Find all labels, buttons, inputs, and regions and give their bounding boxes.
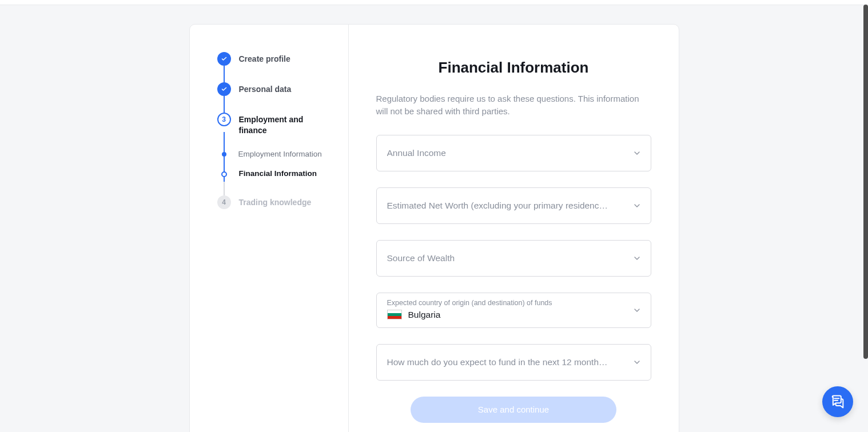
step-label: Trading knowledge: [239, 195, 312, 208]
substep-dot-icon: [221, 171, 227, 177]
field-placeholder: Estimated Net Worth (excluding your prim…: [387, 201, 624, 211]
annual-income-select[interactable]: Annual Income: [376, 135, 651, 171]
steps-sidebar: Create profile Personal data 3 Employmen…: [190, 25, 349, 432]
chevron-down-icon: [632, 358, 642, 367]
field-placeholder: How much do you expect to fund in the ne…: [387, 357, 624, 367]
chat-fab[interactable]: [822, 386, 853, 417]
net-worth-select[interactable]: Estimated Net Worth (excluding your prim…: [376, 187, 651, 224]
substep-label: Employment Information: [238, 149, 322, 159]
field-label: Expected country of origin (and destinat…: [387, 299, 624, 307]
country-funds-select[interactable]: Expected country of origin (and destinat…: [376, 293, 651, 328]
check-icon: [217, 52, 231, 66]
expected-fund-select[interactable]: How much do you expect to fund in the ne…: [376, 344, 651, 381]
step-label: Create profile: [239, 52, 290, 65]
step-number: 3: [217, 113, 231, 126]
substep-employment-info[interactable]: Employment Information: [222, 136, 332, 159]
chevron-down-icon: [632, 201, 642, 210]
chat-icon: [830, 394, 846, 410]
substep-label: Financial Information: [239, 169, 317, 179]
step-employment-finance[interactable]: 3 Employment and finance: [217, 113, 332, 136]
step-trading-knowledge[interactable]: 4 Trading knowledge: [217, 195, 332, 209]
scrollbar[interactable]: [863, 5, 868, 359]
step-number: 4: [217, 195, 231, 209]
check-icon: [217, 82, 231, 96]
bulgaria-flag-icon: [387, 310, 402, 319]
chevron-down-icon: [632, 254, 642, 263]
field-value: Bulgaria: [408, 310, 441, 320]
source-wealth-select[interactable]: Source of Wealth: [376, 240, 651, 277]
step-label: Personal data: [239, 82, 292, 95]
step-label: Employment and finance: [239, 113, 332, 136]
step-create-profile[interactable]: Create profile: [217, 52, 332, 66]
page-subtitle: Regulatory bodies require us to ask thes…: [376, 93, 651, 118]
page-title: Financial Information: [376, 59, 651, 77]
main-panel: Financial Information Regulatory bodies …: [349, 25, 679, 432]
field-placeholder: Annual Income: [387, 148, 624, 158]
onboarding-card: Create profile Personal data 3 Employmen…: [189, 24, 679, 432]
save-continue-button[interactable]: Save and continue: [411, 397, 616, 423]
chevron-down-icon: [632, 306, 642, 315]
step-personal-data[interactable]: Personal data: [217, 82, 332, 96]
chevron-down-icon: [632, 149, 642, 158]
top-bar: [0, 0, 868, 5]
field-placeholder: Source of Wealth: [387, 253, 624, 263]
substep-financial-info[interactable]: Financial Information: [222, 159, 332, 179]
substep-dot-icon: [222, 152, 226, 157]
